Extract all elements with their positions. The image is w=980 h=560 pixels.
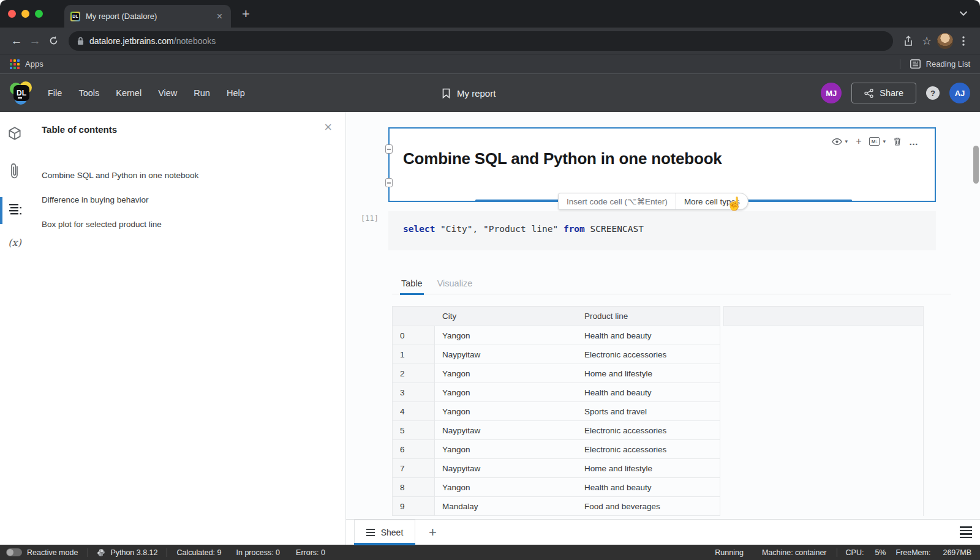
help-button[interactable]: ? xyxy=(926,86,940,100)
variables-icon[interactable]: (x) xyxy=(0,237,29,248)
close-window-icon[interactable] xyxy=(8,10,16,18)
url-host: datalore.jetbrains.com xyxy=(89,36,174,46)
table-row: 3YangonHealth and beauty xyxy=(392,383,924,402)
insert-code-cell-button[interactable]: Insert code cell (⌥⌘Enter) xyxy=(559,193,676,209)
reload-button[interactable] xyxy=(44,35,62,46)
menu-help[interactable]: Help xyxy=(227,88,245,98)
menu-run[interactable]: Run xyxy=(194,88,210,98)
table-row: 2YangonHome and lifestyle xyxy=(392,364,924,383)
kernel-state: Running xyxy=(715,548,744,557)
sheet-menu-hamburger-icon[interactable] xyxy=(960,526,972,538)
delete-cell-trash-icon[interactable] xyxy=(894,137,901,146)
browser-menu-kebab-icon[interactable] xyxy=(954,36,973,46)
attachments-paperclip-icon[interactable] xyxy=(0,162,29,181)
share-button[interactable]: Share xyxy=(851,83,916,103)
table-row: 8YangonHealth and beauty xyxy=(392,478,924,497)
menu-file[interactable]: File xyxy=(48,88,62,98)
notebook-scroll-area[interactable]: ▾ + M↓ ▾ … Combine SQL and Python in one… xyxy=(346,112,980,519)
url-text: datalore.jetbrains.com/notebooks xyxy=(89,35,216,47)
url-bar[interactable]: datalore.jetbrains.com/notebooks xyxy=(69,31,893,51)
url-path: /notebooks xyxy=(174,36,216,46)
toc-item[interactable]: Difference in buying behavior xyxy=(42,187,331,212)
cell-type-markdown-icon[interactable]: M↓ xyxy=(869,137,880,146)
in-process-count: In process: 0 xyxy=(236,548,281,557)
table-row: 4YangonSports and travel xyxy=(392,402,924,421)
attached-data-icon[interactable] xyxy=(0,125,29,141)
browser-tab[interactable]: My report (Datalore) × xyxy=(64,5,231,28)
tab-table[interactable]: Table xyxy=(401,272,423,294)
table-row: 7NaypyitawHome and lifestyle xyxy=(392,459,924,478)
sql-columns: "City", "Product line" xyxy=(435,224,564,234)
python-icon xyxy=(97,548,105,557)
table-row: 1NaypyitawElectronic accessories xyxy=(392,345,924,364)
toc-panel: Table of contents × Combine SQL and Pyth… xyxy=(29,112,346,545)
tab-close-icon[interactable]: × xyxy=(214,10,225,23)
bookmarks-divider xyxy=(900,59,900,69)
menu-tools[interactable]: Tools xyxy=(78,88,99,98)
markdown-heading-cell[interactable]: ▾ + M↓ ▾ … Combine SQL and Python in one… xyxy=(388,127,936,202)
tab-search-chevron-icon[interactable] xyxy=(959,10,968,17)
menu-kernel[interactable]: Kernel xyxy=(116,88,141,98)
eye-caret-icon[interactable]: ▾ xyxy=(845,138,848,144)
machine-info: Machine: container xyxy=(762,548,827,557)
code-editor[interactable]: select "City", "Product line" from SCREE… xyxy=(388,211,936,250)
tab-visualize[interactable]: Visualize xyxy=(437,272,473,294)
sql-keyword: select xyxy=(403,224,435,234)
cell-drag-handle[interactable] xyxy=(385,178,393,187)
apps-shortcut[interactable]: Apps xyxy=(25,59,43,69)
toc-item[interactable]: Combine SQL and Python in one notebook xyxy=(42,163,331,187)
zoom-window-icon[interactable] xyxy=(35,10,43,18)
collaborator-avatar-mj[interactable]: MJ xyxy=(821,83,842,103)
table-of-contents-icon[interactable] xyxy=(0,201,29,217)
reading-list-button[interactable]: Reading List xyxy=(926,59,970,69)
sheet-bar: Sheet + xyxy=(346,519,980,545)
sql-code-cell[interactable]: [11] select "City", "Product line" from … xyxy=(388,211,936,250)
reactive-mode-toggle[interactable] xyxy=(6,548,22,556)
apps-grid-icon xyxy=(10,59,20,69)
notebook-heading: Combine SQL and Python in one notebook xyxy=(403,149,935,168)
python-version: Python 3.8.12 xyxy=(110,548,157,557)
status-bar: Reactive mode Python 3.8.12 Calculated: … xyxy=(0,545,980,560)
insert-cell-pill: Insert code cell (⌥⌘Enter) More cell typ… xyxy=(558,193,748,210)
menu-view[interactable]: View xyxy=(158,88,177,98)
datalore-logo-icon[interactable]: DL xyxy=(10,81,33,105)
share-nodes-icon xyxy=(864,89,873,98)
share-page-button[interactable] xyxy=(899,35,918,47)
sql-table-name: SCREENCAST xyxy=(585,224,644,234)
cell-toolbar: ▾ + M↓ ▾ … xyxy=(832,136,919,147)
browser-profile-avatar[interactable] xyxy=(936,33,954,49)
table-header-row: City Product line xyxy=(392,306,924,326)
toc-item[interactable]: Box plot for selected product line xyxy=(42,212,331,236)
back-button[interactable]: ← xyxy=(7,34,26,48)
menu-bar: File Tools Kernel View Run Help xyxy=(48,88,245,98)
result-table: City Product line 0YangonHealth and beau… xyxy=(392,306,924,516)
bookmark-star-icon[interactable]: ☆ xyxy=(918,34,936,48)
notebook-title-area[interactable]: My report xyxy=(442,74,496,113)
add-sheet-button[interactable]: + xyxy=(429,525,437,540)
sheet-list-icon xyxy=(366,529,375,536)
add-cell-icon[interactable]: + xyxy=(856,136,861,147)
cpu-value: 5% xyxy=(875,548,886,557)
reactive-mode-label: Reactive mode xyxy=(27,548,78,557)
minimize-window-icon[interactable] xyxy=(21,10,29,18)
visibility-eye-icon[interactable] xyxy=(832,138,842,145)
notebook-scrollbar-thumb[interactable] xyxy=(973,146,979,184)
freemem-value: 2697MB xyxy=(943,548,971,557)
output-tabs: Table Visualize xyxy=(392,272,951,294)
active-panel-indicator xyxy=(0,197,2,224)
notebook-column: ▾ + M↓ ▾ … Combine SQL and Python in one… xyxy=(346,112,980,545)
cell-type-caret-icon[interactable]: ▾ xyxy=(883,138,886,144)
more-actions-icon[interactable]: … xyxy=(909,136,919,147)
sheet-tab[interactable]: Sheet xyxy=(354,520,415,545)
user-avatar-aj[interactable]: AJ xyxy=(949,83,970,103)
reading-list-icon xyxy=(910,59,921,69)
status-divider xyxy=(837,548,837,557)
new-tab-button[interactable]: + xyxy=(242,7,250,21)
status-divider xyxy=(88,548,88,557)
notebook-title: My report xyxy=(457,88,496,99)
toc-close-icon[interactable]: × xyxy=(324,121,332,134)
freemem-label: FreeMem: xyxy=(895,548,930,557)
datalore-favicon-icon xyxy=(70,12,80,21)
errors-count: Errors: 0 xyxy=(296,548,325,557)
cell-drag-handle[interactable] xyxy=(385,144,393,154)
